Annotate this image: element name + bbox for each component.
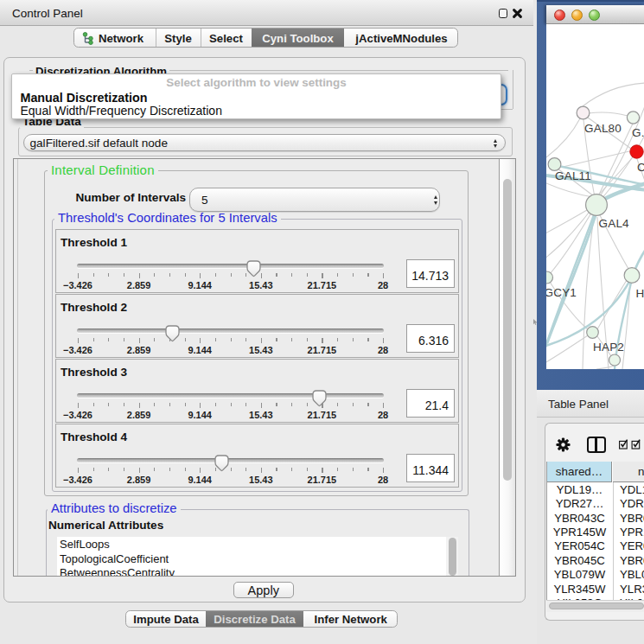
svg-text:H: H [636,287,644,300]
svg-text:C: C [637,161,644,174]
svg-text:GAL11: GAL11 [555,169,591,182]
svg-text:GCY1: GCY1 [546,286,577,299]
svg-text:G.: G. [632,126,644,139]
svg-text:GAL4: GAL4 [599,217,630,230]
svg-text:GAL80: GAL80 [584,122,622,135]
svg-text:HAP2: HAP2 [593,341,624,354]
